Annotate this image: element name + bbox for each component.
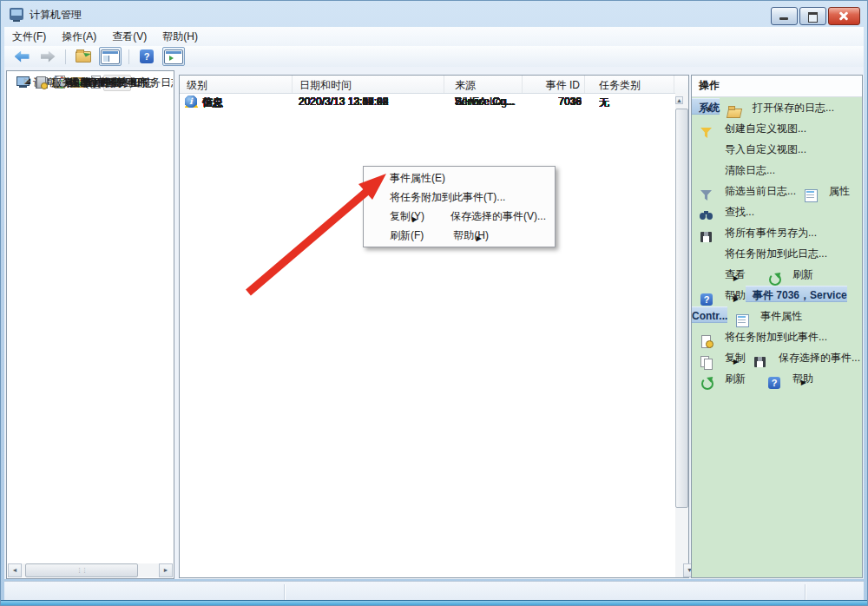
save-icon	[753, 355, 768, 364]
submenu-arrow-icon: ▶	[733, 352, 739, 364]
action-attach-task-to-log[interactable]: 将任务附加到此日志...	[692, 247, 827, 260]
context-menu-item-event-properties[interactable]: 事件属性(E)	[364, 172, 445, 184]
window-title: 计算机管理	[30, 8, 82, 23]
action-event-properties[interactable]: 事件属性	[727, 310, 802, 322]
event-category: 无	[599, 96, 609, 110]
action-import-custom-view[interactable]: 导入自定义视图...	[692, 143, 806, 155]
menu-view[interactable]: 查看(V)	[104, 27, 155, 47]
context-menu-item-save-selected-events[interactable]: 保存选择的事件(V)...	[424, 210, 546, 222]
action-open-saved-log[interactable]: 打开保存的日志...	[720, 102, 834, 114]
menu-item-label: 复制(Y)	[390, 210, 424, 222]
action-create-custom-view[interactable]: 创建自定义视图...	[692, 122, 806, 135]
action-label: 属性	[829, 185, 850, 197]
context-menu-item-attach-task-to-event[interactable]: 将任务附加到此事件(T)...	[364, 191, 505, 203]
column-header-filler	[674, 76, 688, 93]
scroll-left-icon[interactable]: ◄	[8, 563, 22, 577]
action-label: 打开保存的日志...	[753, 102, 834, 114]
back-button[interactable]	[11, 48, 32, 65]
menubar: 文件(F) 操作(A) 查看(V) 帮助(H)	[4, 27, 864, 47]
forward-button[interactable]	[37, 48, 58, 65]
action-label: 创建自定义视图...	[725, 122, 806, 135]
action-label: 将任务附加到此事件...	[725, 331, 827, 343]
column-header-category[interactable]: 任务类别	[585, 76, 674, 93]
scrollbar-thumb[interactable]	[25, 563, 138, 577]
scroll-up-icon[interactable]: ▲	[675, 96, 683, 104]
help-icon	[700, 293, 714, 301]
context-menu-item-refresh[interactable]: 刷新(F)	[364, 229, 424, 241]
status-divider	[805, 584, 806, 601]
action-label: 将所有事件另存为...	[725, 227, 817, 239]
event-list-panel: 级别 日期和时间 来源 事件 ID 任务类别 信息2020/3/13 13:51…	[179, 75, 689, 578]
scrollbar-thumb[interactable]	[675, 109, 688, 508]
save-icon	[700, 230, 714, 239]
funnel-blue-icon	[700, 188, 714, 197]
column-header-level[interactable]: 级别	[180, 76, 293, 93]
list-header: 级别 日期和时间 来源 事件 ID 任务类别	[180, 76, 688, 94]
action-label: 刷新	[792, 268, 813, 280]
console-window-icon	[101, 49, 120, 64]
submenu-arrow-icon: ▶	[801, 372, 806, 385]
collapse-icon[interactable]: ▲	[706, 104, 713, 112]
properties-icon	[735, 313, 750, 322]
context-menu-item-help[interactable]: 帮助(H)▶	[427, 229, 489, 241]
export-list-button[interactable]	[73, 48, 94, 65]
menu-action[interactable]: 操作(A)	[54, 27, 104, 47]
window-bottom-border	[1, 600, 867, 605]
action-help[interactable]: 帮助▶	[760, 372, 813, 385]
actions-section-header-0[interactable]: 系统▲	[692, 98, 720, 115]
maximize-button[interactable]	[799, 7, 826, 25]
tree-horizontal-scrollbar[interactable]: ◄ ►	[8, 563, 173, 577]
action-label: 查找...	[725, 206, 754, 218]
toolbar-separator	[65, 49, 66, 64]
column-header-source[interactable]: 来源	[444, 76, 523, 93]
action-pane-button[interactable]	[162, 47, 185, 66]
refresh-icon	[700, 376, 714, 385]
action-save-all-events-as[interactable]: 将所有事件另存为...	[692, 227, 817, 239]
action-save-selected-events[interactable]: 保存选择的事件...	[746, 352, 860, 364]
action-attach-task-to-event[interactable]: 将任务附加到此事件...	[692, 331, 827, 343]
computer-management-window: 计算机管理 文件(F) 操作(A) 查看(V) 帮助(H) ? 计算机管理(本地…	[0, 0, 868, 606]
action-label: 保存选择的事件...	[779, 352, 860, 364]
list-vertical-scrollbar[interactable]: ▲ ▼	[675, 93, 688, 577]
menu-item-label: 事件属性(E)	[390, 172, 445, 184]
action-clear-log[interactable]: 清除日志...	[692, 164, 775, 176]
back-icon	[15, 51, 30, 63]
menu-file[interactable]: 文件(F)	[4, 27, 54, 47]
action-copy[interactable]: 复制▶	[692, 352, 746, 364]
status-divider	[284, 584, 285, 601]
menu-help[interactable]: 帮助(H)	[155, 27, 206, 47]
menu-item-label: 帮助(H)	[453, 229, 489, 241]
action-refresh[interactable]: 刷新	[692, 372, 746, 385]
help-icon	[767, 376, 782, 385]
action-filter-current-log[interactable]: 筛选当前日志...	[692, 185, 796, 197]
event-id: 7036	[523, 96, 582, 108]
action-label: 将任务附加到此日志...	[725, 247, 827, 260]
app-icon	[10, 8, 23, 20]
help-icon: ?	[140, 49, 154, 63]
close-button[interactable]	[828, 7, 860, 25]
action-properties[interactable]: 属性	[796, 185, 850, 197]
event-source: Service Co...	[455, 96, 515, 108]
action-refresh[interactable]: 刷新	[760, 268, 813, 280]
action-view[interactable]: 查看▶	[692, 268, 746, 280]
forward-icon	[41, 51, 56, 63]
context-menu-item-copy[interactable]: 复制(Y)▶	[364, 210, 424, 222]
collapse-icon[interactable]: ▲	[732, 292, 739, 300]
export-folder-icon	[76, 51, 91, 63]
actions-title: 操作	[692, 76, 862, 97]
console-tree-button[interactable]	[99, 47, 122, 66]
expander-collapsed-icon[interactable]: ▷	[24, 76, 30, 86]
column-header-event-id[interactable]: 事件 ID	[523, 76, 585, 93]
column-header-datetime[interactable]: 日期和时间	[293, 76, 444, 93]
binoculars-icon	[700, 209, 714, 218]
submenu-arrow-icon: ▶	[477, 229, 482, 248]
funnel-yellow-icon	[700, 126, 714, 135]
help-button[interactable]: ?	[136, 48, 157, 65]
actions-panel: 操作 系统▲打开保存的日志...创建自定义视图...导入自定义视图...清除日志…	[691, 75, 863, 578]
menu-item-label: 刷新(F)	[390, 229, 424, 241]
info-icon	[185, 96, 197, 108]
minimize-button[interactable]	[771, 7, 798, 25]
action-label: 筛选当前日志...	[725, 185, 796, 197]
scroll-right-icon[interactable]: ►	[159, 563, 173, 577]
action-find[interactable]: 查找...	[692, 206, 754, 218]
